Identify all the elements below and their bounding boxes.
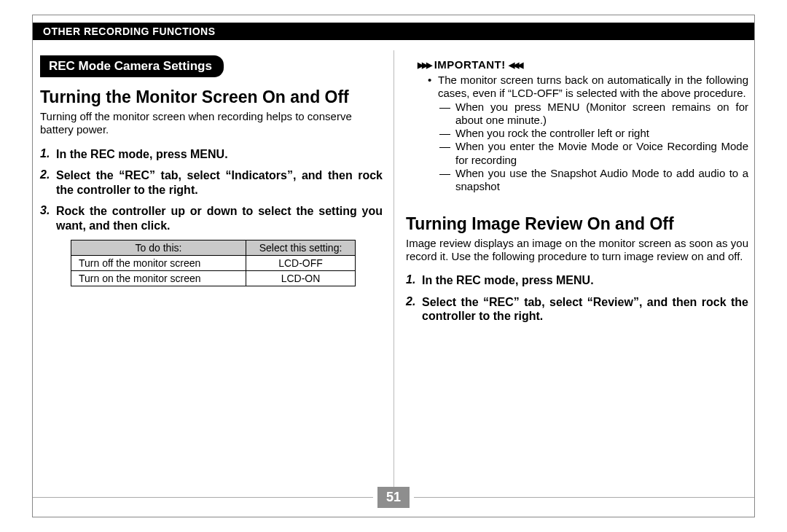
dash-item: — When you press MENU (Monitor screen re… [439,101,748,128]
right-column: ▶▶▶ IMPORTANT! ◀◀◀ • The monitor screen … [406,55,748,331]
bullet-text: The monitor screen turns back on automat… [438,74,748,101]
step-number: 2. [406,295,422,324]
step-text: Select the “REC” tab, select “Indicators… [56,168,383,197]
table-row: Turn on the monitor screen LCD-ON [71,271,356,286]
important-content: • The monitor screen turns back on autom… [406,74,748,194]
footer-rule [33,497,373,498]
step-number: 2. [40,168,56,197]
section-header-bar: OTHER RECORDING FUNCTIONS [33,23,754,40]
dash-text: When you use the Snapshot Audio Mode to … [455,167,748,194]
step-item: 1. In the REC mode, press MENU. [40,147,383,162]
step-number: 1. [40,147,56,162]
page-number: 51 [377,487,410,508]
important-text: IMPORTANT! [434,58,506,71]
section-header-text: OTHER RECORDING FUNCTIONS [43,26,216,37]
dash-item: — When you enter the Movie Mode or Voice… [439,140,748,167]
subsection-pill-text: REC Mode Camera Settings [49,59,212,73]
step-text: Select the “REC” tab, select “Review”, a… [422,295,748,324]
triangle-left-icon: ◀◀◀ [509,60,522,69]
step-text: In the REC mode, press MENU. [422,273,748,288]
triangle-right-icon: ▶▶▶ [418,60,431,69]
heading-image-review: Turning Image Review On and Off [406,214,748,234]
dash-text: When you rock the controller left or rig… [455,127,748,140]
bullet-item: • The monitor screen turns back on autom… [428,74,748,101]
subsection-pill: REC Mode Camera Settings [40,55,224,77]
step-item: 2. Select the “REC” tab, select “Indicat… [40,168,383,197]
step-number: 1. [406,273,422,288]
dash-item: — When you rock the controller left or r… [439,127,748,140]
table-cell: Turn off the monitor screen [71,256,246,271]
heading-monitor-onoff: Turning the Monitor Screen On and Off [40,87,383,107]
dash-mark: — [439,101,455,128]
table-row: Turn off the monitor screen LCD-OFF [71,256,356,271]
footer-rule [414,497,754,498]
step-item: 2. Select the “REC” tab, select “Review”… [406,295,748,324]
table-header-cell: Select this setting: [246,240,356,256]
manual-page: OTHER RECORDING FUNCTIONS REC Mode Camer… [32,15,755,517]
table-cell: Turn on the monitor screen [71,271,246,286]
step-number: 3. [40,204,56,232]
step-item: 3. Rock the controller up or down to sel… [40,204,383,232]
step-text: Rock the controller up or down to select… [56,204,383,232]
dash-text: When you press MENU (Monitor screen rema… [455,101,748,128]
intro-image-review: Image review displays an image on the mo… [406,237,748,264]
steps-monitor: 1. In the REC mode, press MENU. 2. Selec… [40,147,383,233]
dash-mark: — [439,127,455,140]
steps-image-review: 1. In the REC mode, press MENU. 2. Selec… [406,273,748,324]
left-column: REC Mode Camera Settings Turning the Mon… [40,55,383,286]
table-cell: LCD-ON [246,271,356,286]
table-header-cell: To do this: [71,240,246,256]
dash-mark: — [439,167,455,194]
bullet-dot: • [428,74,438,101]
settings-table: To do this: Select this setting: Turn of… [71,240,356,286]
important-label: ▶▶▶ IMPORTANT! ◀◀◀ [418,58,748,71]
step-text: In the REC mode, press MENU. [56,147,383,162]
dash-text: When you enter the Movie Mode or Voice R… [455,140,748,167]
table-header-row: To do this: Select this setting: [71,240,356,256]
dash-item: — When you use the Snapshot Audio Mode t… [439,167,748,194]
column-divider [394,50,394,492]
step-item: 1. In the REC mode, press MENU. [406,273,748,288]
intro-monitor-onoff: Turning off the monitor screen when reco… [40,110,383,137]
page-footer: 51 [33,487,754,508]
table-cell: LCD-OFF [246,256,356,271]
dash-mark: — [439,140,455,167]
